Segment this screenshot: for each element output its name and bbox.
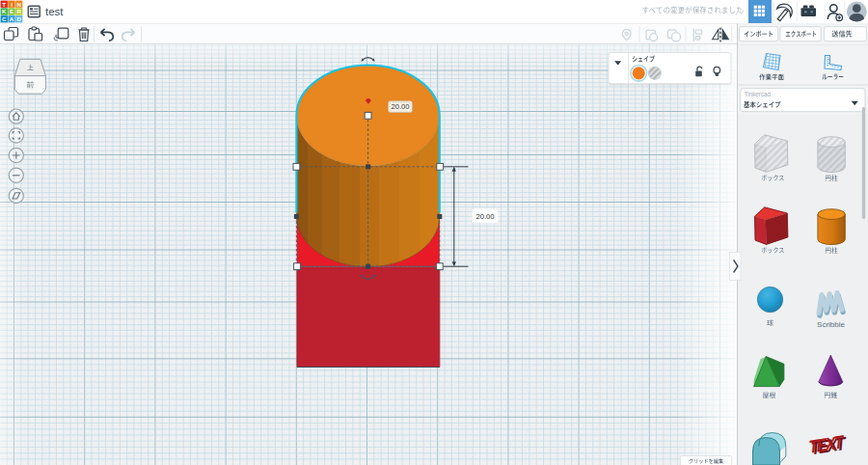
svg-text:E: E: [10, 8, 14, 14]
svg-text:D: D: [17, 15, 22, 22]
svg-text:R: R: [17, 8, 22, 14]
svg-text:Scribble: Scribble: [817, 320, 845, 329]
svg-text:N: N: [17, 1, 22, 8]
svg-text:T: T: [2, 1, 6, 8]
svg-text:Tinkercad: Tinkercad: [745, 91, 772, 97]
svg-text:C: C: [2, 15, 7, 22]
svg-text:K: K: [2, 8, 7, 14]
svg-text:A: A: [10, 15, 14, 22]
svg-text:test: test: [45, 6, 64, 17]
svg-text:I: I: [11, 1, 13, 8]
svg-text:20.00: 20.00: [391, 102, 409, 111]
svg-text:20.00: 20.00: [475, 212, 494, 221]
